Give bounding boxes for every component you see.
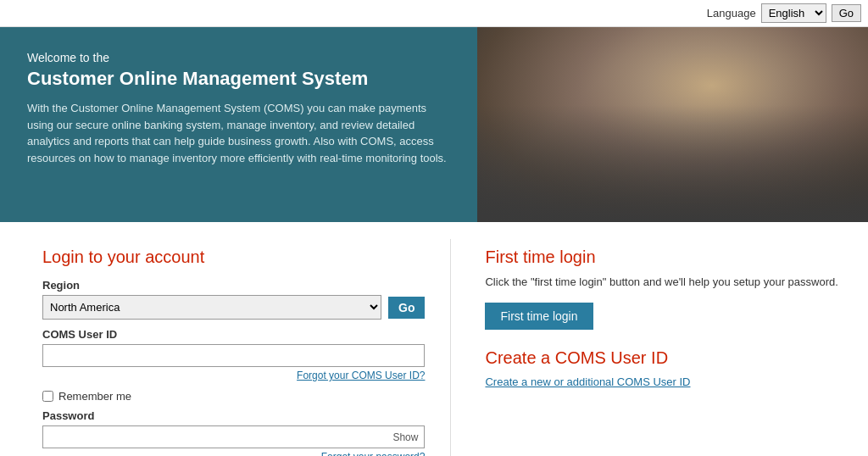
hero-text: Welcome to the Customer Online Managemen…	[0, 27, 477, 222]
hero-welcome: Welcome to the	[27, 51, 450, 64]
first-time-description: Click the "first time login" button and …	[485, 274, 843, 291]
top-bar: Language English French Spanish Go	[0, 0, 868, 27]
language-go-button[interactable]: Go	[832, 4, 861, 22]
region-go-button[interactable]: Go	[388, 297, 425, 319]
region-group: Region North America Europe Asia Pacific…	[42, 279, 425, 320]
login-heading: Login to your account	[42, 247, 425, 267]
hero-image-inner	[477, 27, 868, 222]
language-label: Language	[707, 7, 756, 19]
region-select[interactable]: North America Europe Asia Pacific	[42, 295, 381, 320]
password-row: Show	[42, 425, 425, 448]
create-id-heading: Create a COMS User ID	[485, 348, 843, 368]
first-time-heading: First time login	[485, 247, 843, 267]
create-id-link[interactable]: Create a new or additional COMS User ID	[485, 375, 690, 388]
remember-me-row: Remember me	[42, 390, 425, 403]
remember-me-checkbox[interactable]	[42, 391, 53, 402]
hero-title: Customer Online Management System	[27, 68, 450, 90]
main-content: Login to your account Region North Ameri…	[0, 222, 868, 456]
user-id-input[interactable]	[42, 344, 425, 367]
password-label: Password	[42, 409, 425, 422]
show-password-button[interactable]: Show	[389, 430, 421, 445]
forgot-password-link[interactable]: Forgot your password?	[42, 451, 425, 456]
hero-description: With the Customer Online Management Syst…	[27, 100, 450, 166]
first-time-login-button[interactable]: First time login	[485, 303, 593, 330]
user-id-group: COMS User ID Forgot your COMS User ID?	[42, 328, 425, 381]
region-label: Region	[42, 279, 425, 292]
forgot-user-id-link[interactable]: Forgot your COMS User ID?	[42, 370, 425, 381]
remember-me-label: Remember me	[58, 390, 131, 403]
user-id-label: COMS User ID	[42, 328, 425, 341]
password-group: Password Show Forgot your password?	[42, 409, 425, 456]
region-row: North America Europe Asia Pacific Go	[42, 295, 425, 320]
password-input[interactable]	[42, 425, 425, 448]
right-panel: First time login Click the "first time l…	[451, 239, 868, 456]
login-panel: Login to your account Region North Ameri…	[0, 239, 451, 456]
hero-image	[477, 27, 868, 222]
language-select[interactable]: English French Spanish	[761, 3, 826, 23]
hero-banner: Welcome to the Customer Online Managemen…	[0, 27, 868, 222]
